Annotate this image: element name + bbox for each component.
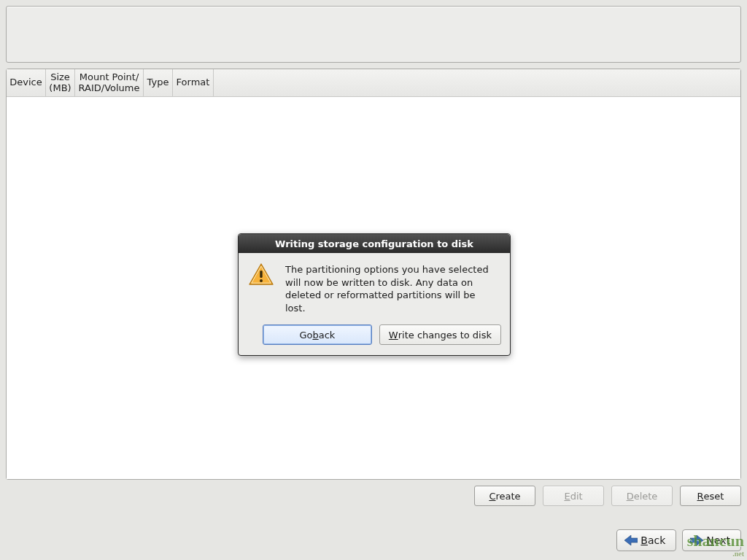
svg-rect-4 [260, 271, 262, 278]
warning-icon [249, 263, 275, 314]
dialog-message: The partitioning options you have select… [285, 263, 498, 314]
delete-button: Delete [611, 486, 673, 506]
svg-point-5 [260, 279, 263, 282]
watermark-sub: .net [687, 551, 744, 557]
dialog-title: Writing storage configuration to disk [239, 234, 510, 253]
arrow-left-icon [624, 535, 638, 545]
wizard-nav-row: Back Next [616, 529, 741, 551]
column-device[interactable]: Device [7, 69, 46, 96]
svg-marker-0 [624, 535, 638, 545]
partition-action-row: Create Edit Delete Reset [6, 486, 741, 509]
svg-marker-1 [690, 535, 703, 545]
write-changes-button[interactable]: Write changes to disk [379, 324, 501, 345]
arrow-right-icon [690, 535, 703, 545]
create-button[interactable]: Create [474, 486, 535, 506]
column-format[interactable]: Format [173, 69, 214, 96]
column-type[interactable]: Type [144, 69, 173, 96]
column-spacer [214, 69, 740, 96]
back-button-label: Back [640, 534, 665, 546]
column-mount[interactable]: Mount Point/ RAID/Volume [75, 69, 144, 96]
back-button[interactable]: Back [616, 529, 676, 551]
go-back-button[interactable]: Go back [263, 324, 372, 345]
column-size[interactable]: Size (MB) [46, 69, 75, 96]
next-button-label: Next [706, 534, 730, 546]
reset-button[interactable]: Reset [680, 486, 741, 506]
write-storage-dialog: Writing storage configuration to disk Th… [238, 233, 511, 356]
edit-button: Edit [543, 486, 604, 506]
partition-table-header: Device Size (MB) Mount Point/ RAID/Volum… [7, 69, 740, 97]
banner-panel [6, 6, 741, 63]
next-button[interactable]: Next [682, 529, 741, 551]
